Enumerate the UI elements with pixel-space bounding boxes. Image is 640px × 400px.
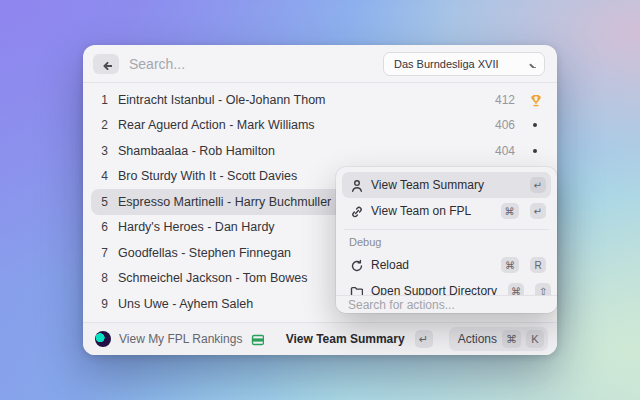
row-rank: 3: [97, 144, 112, 158]
search-header: Search... Das Burndesliga XVII: [83, 45, 557, 83]
fpl-logo-icon: [95, 331, 111, 347]
row-rank: 6: [97, 220, 112, 234]
row-points: 412: [495, 93, 515, 107]
status-dot-icon: [527, 149, 543, 153]
status-dot-icon: [527, 123, 543, 127]
k-key-badge: K: [526, 330, 544, 348]
reload-icon: [349, 258, 363, 272]
actions-button[interactable]: Actions ⌘ K: [449, 327, 548, 351]
folder-icon: [349, 284, 363, 295]
cmd-key-badge: ⌘: [502, 330, 521, 348]
back-button[interactable]: [93, 54, 119, 74]
table-row[interactable]: 2 Rear Aguerd Action - Mark Williams 406: [91, 113, 549, 139]
row-points: 404: [495, 144, 515, 158]
actions-label: Actions: [458, 332, 497, 346]
table-row[interactable]: 1 Eintracht Istanbul - Ole-Johann Thom 4…: [91, 87, 549, 113]
menu-item[interactable]: View Team Summary ↵: [342, 172, 551, 198]
action-search-input[interactable]: Search for actions...: [336, 295, 557, 313]
team-summary-icon: [349, 178, 363, 192]
table-row[interactable]: 3 Shambaalaa - Rob Hamilton 404: [91, 138, 549, 164]
menu-section-label: Debug: [342, 230, 551, 252]
shortcut-key-badge: ⇧: [535, 283, 551, 295]
arrow-left-icon: [100, 58, 112, 70]
menu-item[interactable]: Reload ⌘R: [342, 252, 551, 278]
shortcut-key-badge: ↵: [530, 203, 546, 219]
row-points: 406: [495, 118, 515, 132]
footer-bar: View My FPL Rankings View Team Summary ↵…: [83, 322, 557, 355]
gameweek-icon: [250, 332, 264, 346]
trophy-icon: [527, 93, 543, 107]
menu-item-label: Open Support Directory: [371, 284, 497, 295]
action-menu-list: View Team Summary ↵ View Team on FPL ⌘↵D…: [336, 167, 557, 295]
shortcut-key-badge: ↵: [530, 177, 546, 193]
row-rank: 2: [97, 118, 112, 132]
league-dropdown[interactable]: Das Burndesliga XVII: [383, 52, 545, 76]
action-menu: View Team Summary ↵ View Team on FPL ⌘↵D…: [336, 167, 557, 313]
row-rank: 9: [97, 297, 112, 311]
row-title: Rear Aguerd Action - Mark Williams: [118, 118, 495, 132]
link-icon: [349, 204, 363, 218]
shortcut-key-badge: R: [530, 257, 546, 273]
row-rank: 5: [97, 195, 112, 209]
shortcut-key-badge: ⌘: [501, 203, 519, 219]
row-rank: 4: [97, 169, 112, 183]
row-rank: 1: [97, 93, 112, 107]
league-dropdown-value: Das Burndesliga XVII: [394, 58, 527, 70]
row-title: Shambaalaa - Rob Hamilton: [118, 144, 495, 158]
row-title: Eintracht Istanbul - Ole-Johann Thom: [118, 93, 495, 107]
menu-item-label: Reload: [371, 258, 490, 272]
primary-action-label[interactable]: View Team Summary: [286, 332, 405, 346]
search-input[interactable]: Search...: [129, 56, 373, 72]
menu-item[interactable]: Open Support Directory ⌘⇧S: [342, 278, 551, 295]
shortcut-key-badge: ⌘: [501, 257, 519, 273]
row-rank: 7: [97, 246, 112, 260]
command-name: View My FPL Rankings: [119, 332, 242, 346]
menu-item-label: View Team Summary: [371, 178, 519, 192]
shortcut-key-badge: ⌘: [508, 283, 524, 295]
menu-item[interactable]: View Team on FPL ⌘↵: [342, 198, 551, 224]
chevron-down-icon: [527, 59, 536, 68]
enter-key-badge: ↵: [415, 330, 433, 348]
menu-item-label: View Team on FPL: [371, 204, 490, 218]
row-rank: 8: [97, 271, 112, 285]
